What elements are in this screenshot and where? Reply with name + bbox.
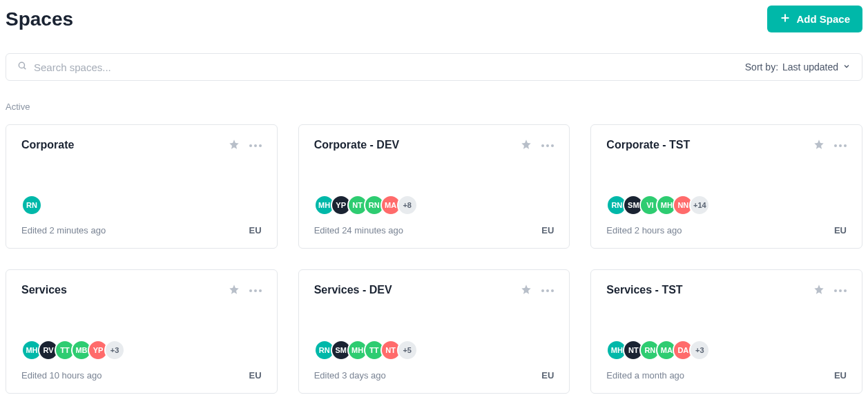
search-icon: [17, 61, 27, 73]
edited-label: Edited 10 hours ago: [21, 370, 102, 381]
edited-label: Edited 24 minutes ago: [314, 225, 403, 236]
page-title: Spaces: [6, 8, 73, 30]
space-card-title: Services - TST: [606, 284, 682, 296]
more-icon[interactable]: [249, 289, 262, 292]
region-label: EU: [834, 370, 847, 381]
more-icon[interactable]: [834, 144, 847, 147]
avatar-overflow[interactable]: +3: [104, 340, 125, 361]
svg-line-3: [24, 68, 26, 70]
edited-label: Edited 2 minutes ago: [21, 225, 106, 236]
space-card-title: Services: [21, 284, 67, 296]
space-card[interactable]: Services - TSTMHNTRNMADA+3Edited a month…: [590, 269, 862, 394]
more-icon[interactable]: [834, 289, 847, 292]
star-icon[interactable]: [813, 139, 824, 153]
space-card[interactable]: ServicesMHRVTTMBYP+3Edited 10 hours agoE…: [6, 269, 278, 394]
avatar-overflow[interactable]: +5: [397, 340, 418, 361]
avatar-stack: MHYPNTRNMA+8: [314, 195, 554, 215]
star-icon[interactable]: [521, 284, 532, 298]
edited-label: Edited 2 hours ago: [606, 225, 682, 236]
star-icon[interactable]: [229, 284, 240, 298]
avatar-stack: RN: [21, 195, 262, 215]
more-icon[interactable]: [541, 144, 554, 147]
region-label: EU: [541, 370, 554, 381]
avatar-overflow[interactable]: +8: [397, 195, 418, 215]
search-input[interactable]: [34, 61, 745, 73]
svg-point-2: [19, 62, 24, 68]
avatar-overflow[interactable]: +3: [689, 340, 710, 361]
star-icon[interactable]: [229, 139, 240, 153]
space-card[interactable]: Corporate - TSTRNSMVIMHNN+14Edited 2 hou…: [590, 124, 862, 249]
add-space-button[interactable]: Add Space: [767, 6, 862, 32]
space-card-title: Corporate: [21, 139, 74, 151]
edited-label: Edited 3 days ago: [314, 370, 386, 381]
region-label: EU: [541, 225, 554, 236]
add-space-label: Add Space: [796, 13, 850, 25]
avatar-stack: RNSMVIMHNN+14: [606, 195, 847, 215]
more-icon[interactable]: [249, 144, 262, 147]
space-card-title: Corporate - DEV: [314, 139, 400, 151]
star-icon[interactable]: [813, 284, 824, 298]
region-label: EU: [249, 225, 262, 236]
toolbar: Sort by: Last updated: [6, 53, 862, 81]
avatar: RN: [21, 195, 42, 215]
avatar-stack: MHRVTTMBYP+3: [21, 340, 262, 361]
chevron-down-icon: [842, 61, 851, 73]
sort-value: Last updated: [782, 61, 838, 73]
space-card[interactable]: Corporate - DEVMHYPNTRNMA+8Edited 24 min…: [298, 124, 570, 249]
space-card-title: Services - DEV: [314, 284, 392, 296]
sort-prefix: Sort by:: [745, 61, 778, 73]
section-label: Active: [6, 102, 862, 112]
space-card[interactable]: Services - DEVRNSMMHTTNT+5Edited 3 days …: [298, 269, 570, 394]
region-label: EU: [834, 225, 847, 236]
region-label: EU: [249, 370, 262, 381]
avatar-stack: RNSMMHTTNT+5: [314, 340, 554, 361]
space-card[interactable]: CorporateRNEdited 2 minutes agoEU: [6, 124, 278, 249]
more-icon[interactable]: [541, 289, 554, 292]
avatar-stack: MHNTRNMADA+3: [606, 340, 847, 361]
sort-dropdown[interactable]: Sort by: Last updated: [745, 61, 851, 73]
space-card-title: Corporate - TST: [606, 139, 690, 151]
avatar-overflow[interactable]: +14: [689, 195, 710, 215]
star-icon[interactable]: [521, 139, 532, 153]
plus-icon: [780, 12, 791, 26]
edited-label: Edited a month ago: [606, 370, 684, 381]
